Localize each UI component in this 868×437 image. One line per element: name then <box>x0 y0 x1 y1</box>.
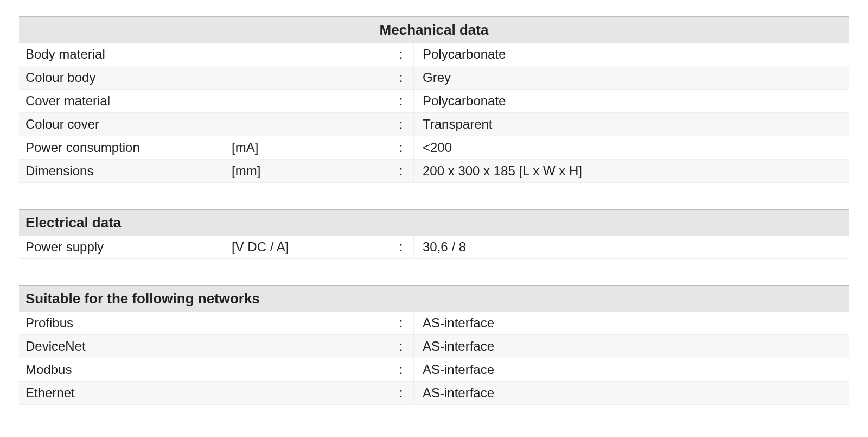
row-colon: : <box>388 136 414 159</box>
table-row: Modbus : AS-interface <box>19 358 849 382</box>
row-colon: : <box>388 236 414 258</box>
row-unit <box>225 312 388 334</box>
row-label: Power supply <box>19 236 225 258</box>
table-row: DeviceNet : AS-interface <box>19 335 849 358</box>
table-row: Dimensions [mm] : 200 x 300 x 185 [L x W… <box>19 160 849 183</box>
row-unit <box>225 66 388 89</box>
section-electrical: Electrical data Power supply [V DC / A] … <box>19 209 849 259</box>
row-label: Body material <box>19 43 225 66</box>
table-row: Power consumption [mA] : <200 <box>19 136 849 160</box>
row-unit <box>225 113 388 136</box>
table-row: Profibus : AS-interface <box>19 312 849 335</box>
row-label: Ethernet <box>19 382 225 404</box>
row-value: 200 x 300 x 185 [L x W x H] <box>414 160 849 182</box>
row-value: Grey <box>414 66 849 89</box>
row-label: Colour body <box>19 66 225 89</box>
row-colon: : <box>388 43 414 66</box>
row-label: Power consumption <box>19 136 225 159</box>
row-colon: : <box>388 90 414 112</box>
row-unit: [mA] <box>225 136 388 159</box>
table-row: Ethernet : AS-interface <box>19 382 849 405</box>
row-unit: [V DC / A] <box>225 236 388 258</box>
row-unit <box>225 43 388 66</box>
row-value: AS-interface <box>414 335 849 358</box>
row-label: Colour cover <box>19 113 225 136</box>
row-colon: : <box>388 335 414 358</box>
row-value: <200 <box>414 136 849 159</box>
section-networks: Suitable for the following networks Prof… <box>19 285 849 405</box>
row-colon: : <box>388 358 414 381</box>
row-value: AS-interface <box>414 358 849 381</box>
row-unit <box>225 382 388 404</box>
row-unit <box>225 335 388 358</box>
row-value: Polycarbonate <box>414 90 849 112</box>
row-colon: : <box>388 160 414 182</box>
table-row: Body material : Polycarbonate <box>19 43 849 66</box>
section-header: Suitable for the following networks <box>19 285 849 312</box>
row-label: Dimensions <box>19 160 225 182</box>
table-row: Cover material : Polycarbonate <box>19 90 849 113</box>
row-label: Profibus <box>19 312 225 334</box>
row-value: AS-interface <box>414 382 849 404</box>
row-unit <box>225 90 388 112</box>
row-label: Modbus <box>19 358 225 381</box>
row-colon: : <box>388 66 414 89</box>
row-colon: : <box>388 113 414 136</box>
row-value: AS-interface <box>414 312 849 334</box>
row-value: 30,6 / 8 <box>414 236 849 258</box>
section-header: Mechanical data <box>19 16 849 43</box>
row-unit <box>225 358 388 381</box>
row-label: DeviceNet <box>19 335 225 358</box>
row-label: Cover material <box>19 90 225 112</box>
row-value: Transparent <box>414 113 849 136</box>
row-colon: : <box>388 312 414 334</box>
row-value: Polycarbonate <box>414 43 849 66</box>
section-header: Electrical data <box>19 209 849 236</box>
row-unit: [mm] <box>225 160 388 182</box>
table-row: Colour cover : Transparent <box>19 113 849 136</box>
table-row: Power supply [V DC / A] : 30,6 / 8 <box>19 236 849 259</box>
row-colon: : <box>388 382 414 404</box>
section-mechanical: Mechanical data Body material : Polycarb… <box>19 16 849 183</box>
page: Mechanical data Body material : Polycarb… <box>0 0 868 405</box>
table-row: Colour body : Grey <box>19 66 849 90</box>
